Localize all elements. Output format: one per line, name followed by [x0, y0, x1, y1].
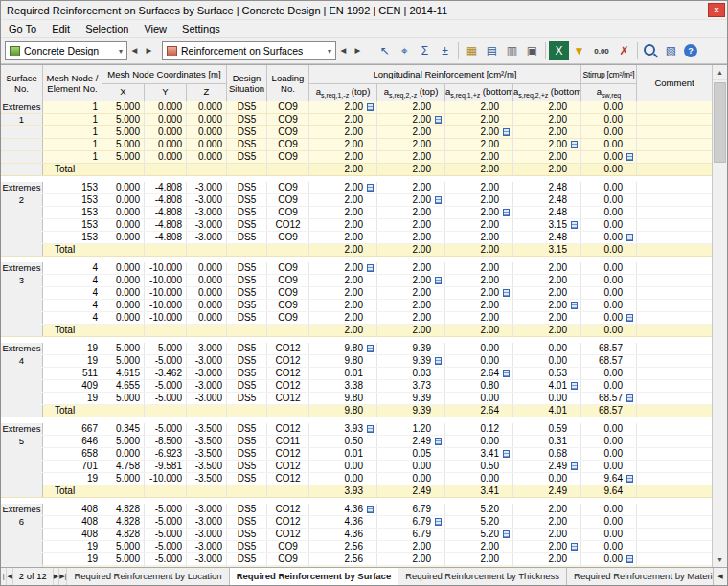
comment-cell[interactable] — [637, 139, 712, 150]
tab-required-reinforcement-by-material[interactable]: Required Reinforcement by Material — [567, 568, 727, 585]
value-cell[interactable]: 2.00 — [513, 541, 581, 552]
menu-settings[interactable]: Settings — [174, 20, 228, 38]
node-cell[interactable]: 701 — [43, 461, 102, 472]
comment-cell[interactable] — [637, 151, 712, 163]
value-cell[interactable]: 4.36 — [309, 529, 377, 540]
node-cell[interactable]: 4 — [43, 287, 102, 299]
value-cell[interactable]: 3.41 — [445, 448, 513, 460]
value-cell[interactable]: 6.79 — [377, 504, 445, 515]
value-cell[interactable]: 2.00 — [309, 262, 377, 274]
excel-export-icon[interactable]: X — [549, 41, 569, 60]
value-cell[interactable]: 2.00 — [309, 287, 377, 299]
value-cell[interactable]: 2.00 — [377, 139, 445, 150]
design-situation-cell[interactable]: DS5 — [227, 423, 267, 435]
surface-cell[interactable]: 5 — [1, 436, 43, 447]
design-situation-cell[interactable]: DS5 — [227, 436, 267, 447]
surface-cell[interactable]: Extremes — [1, 343, 43, 354]
node-cell[interactable]: 1 — [43, 101, 102, 113]
coord-z-cell[interactable]: -3.000 — [187, 380, 227, 392]
filter-icon[interactable]: ▼ — [569, 41, 589, 60]
node-cell[interactable]: 408 — [43, 504, 102, 515]
value-cell[interactable]: 2.00 — [513, 114, 581, 125]
value-cell[interactable]: 2.00 — [513, 151, 581, 163]
value-cell[interactable]: 0.00 — [581, 194, 637, 206]
design-situation-cell[interactable]: DS5 — [227, 114, 267, 125]
menu-selection[interactable]: Selection — [78, 20, 136, 38]
scroll-down-button[interactable]: ▼ — [713, 552, 727, 567]
value-cell[interactable]: 0.00 — [581, 312, 637, 324]
comment-cell[interactable] — [637, 553, 712, 565]
pick-result-icon[interactable]: ⌖ — [395, 41, 415, 60]
tab-required-reinforcement-by-location[interactable]: Required Reinforcement by Location — [67, 568, 229, 585]
value-cell[interactable]: 2.00 — [309, 312, 377, 324]
coord-z-cell[interactable]: -3.500 — [187, 448, 227, 460]
value-cell[interactable]: 2.00 — [377, 194, 445, 206]
node-cell[interactable]: 408 — [43, 516, 102, 528]
loading-cell[interactable]: CO9 — [267, 207, 309, 218]
value-cell[interactable]: 0.00 — [513, 473, 581, 485]
coord-x-cell[interactable]: 5.000 — [102, 114, 145, 125]
table-next-button[interactable]: ▶ — [351, 42, 365, 59]
design-case-selector[interactable]: Concrete Design ▾ — [5, 41, 127, 60]
value-cell[interactable]: 0.00 — [377, 473, 445, 485]
coord-y-cell[interactable]: -5.000 — [145, 516, 187, 528]
coord-z-cell[interactable]: 0.000 — [187, 312, 227, 324]
coord-z-cell[interactable]: -3.000 — [187, 553, 227, 565]
tab-required-reinforcement-by-surface[interactable]: Required Reinforcement by Surface — [230, 568, 399, 585]
comment-cell[interactable] — [637, 182, 712, 193]
comment-cell[interactable] — [637, 423, 712, 435]
coord-y-cell[interactable]: -4.808 — [145, 182, 187, 193]
coord-x-cell[interactable]: 5.000 — [102, 101, 145, 113]
value-cell[interactable]: 0.00 — [581, 207, 637, 218]
value-cell[interactable]: 0.50 — [309, 436, 377, 447]
comment-cell[interactable] — [637, 504, 712, 515]
design-situation-cell[interactable]: DS5 — [227, 461, 267, 472]
loading-cell[interactable]: CO9 — [267, 553, 309, 565]
value-cell[interactable]: 2.00 — [309, 114, 377, 125]
design-situation-cell[interactable]: DS5 — [227, 194, 267, 206]
comment-cell[interactable] — [637, 194, 712, 206]
coord-z-cell[interactable]: -3.500 — [187, 436, 227, 447]
result-details-icon[interactable] — [367, 345, 374, 352]
value-cell[interactable]: 9.64 — [581, 473, 637, 485]
value-cell[interactable]: 2.00 — [445, 219, 513, 231]
node-cell[interactable]: 511 — [43, 368, 102, 379]
coord-z-cell[interactable]: -3.000 — [187, 355, 227, 367]
coord-z-cell[interactable]: -3.500 — [187, 423, 227, 435]
value-cell[interactable]: 0.00 — [445, 343, 513, 354]
value-cell[interactable]: 2.00 — [445, 300, 513, 311]
node-cell[interactable]: 153 — [43, 219, 102, 231]
value-cell[interactable]: 2.49 — [513, 461, 581, 472]
value-cell[interactable]: 1.20 — [377, 423, 445, 435]
value-cell[interactable]: 2.56 — [309, 553, 377, 565]
coord-x-cell[interactable]: 0.000 — [102, 275, 145, 286]
node-cell[interactable]: 409 — [43, 380, 102, 392]
coord-y-cell[interactable]: -5.000 — [145, 541, 187, 552]
value-cell[interactable]: 0.01 — [309, 368, 377, 379]
node-cell[interactable]: 4 — [43, 312, 102, 324]
value-cell[interactable]: 3.38 — [309, 380, 377, 392]
surface-cell[interactable] — [1, 151, 43, 163]
value-cell[interactable]: 2.00 — [513, 516, 581, 528]
coord-y-cell[interactable]: -9.581 — [145, 461, 187, 472]
node-cell[interactable]: 19 — [43, 473, 102, 485]
surface-cell[interactable] — [1, 287, 43, 299]
comment-cell[interactable] — [637, 300, 712, 311]
node-cell[interactable]: 1 — [43, 126, 102, 138]
coord-x-cell[interactable]: 5.000 — [102, 553, 145, 565]
coord-y-cell[interactable]: -4.808 — [145, 232, 187, 243]
surface-cell[interactable]: Extremes — [1, 262, 43, 274]
node-cell[interactable]: 667 — [43, 423, 102, 435]
surface-cell[interactable] — [1, 300, 43, 311]
value-cell[interactable]: 3.73 — [377, 380, 445, 392]
coord-x-cell[interactable]: 4.655 — [102, 380, 145, 392]
coord-z-cell[interactable]: -3.000 — [187, 194, 227, 206]
value-cell[interactable]: 0.00 — [513, 355, 581, 367]
tab-required-reinforcement-by-thickness[interactable]: Required Reinforcement by Thickness — [398, 568, 567, 585]
value-cell[interactable]: 2.00 — [377, 553, 445, 565]
result-details-icon[interactable] — [503, 450, 510, 458]
result-details-icon[interactable] — [571, 543, 578, 551]
coord-x-cell[interactable]: 4.615 — [102, 368, 145, 379]
design-situation-cell[interactable]: DS5 — [227, 529, 267, 540]
comment-cell[interactable] — [637, 529, 712, 540]
